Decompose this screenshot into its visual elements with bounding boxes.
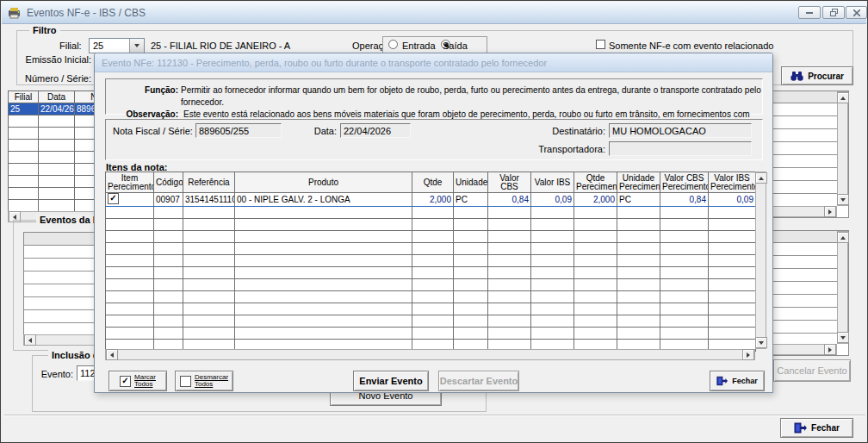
nfe-col-filial: Filial bbox=[9, 91, 39, 103]
somente-evento-checkbox[interactable] bbox=[596, 40, 605, 49]
col-referencia: Referência bbox=[183, 172, 235, 193]
col-unidade: Unidade bbox=[454, 172, 488, 193]
scroll-up-button[interactable] bbox=[837, 232, 849, 243]
col-valor-cbs-perecimento: Valor CBS Perecimento bbox=[660, 172, 709, 193]
scroll-left-button[interactable] bbox=[24, 334, 36, 346]
filtro-legend: Filtro bbox=[29, 25, 60, 35]
cell-unidade: PC bbox=[454, 193, 488, 207]
marcar-todos-button[interactable]: ✓ Marcar Todos bbox=[108, 371, 167, 391]
empty-row bbox=[106, 279, 756, 291]
row-checkbox[interactable]: ✓ bbox=[108, 193, 119, 204]
cell-referencia: 3154145111002 bbox=[183, 193, 235, 207]
cell-data: 22/04/26 bbox=[39, 103, 75, 115]
window-titlebar[interactable]: Eventos NF-e - IBS / CBS bbox=[2, 2, 866, 24]
saida-radio-label: Saída bbox=[443, 41, 468, 51]
col-valor-ibs: Valor IBS bbox=[531, 172, 574, 193]
scroll-left-icon bbox=[28, 338, 32, 343]
desmarcar-todos-label: Desmarcar Todos bbox=[195, 374, 228, 388]
data-label: Data: bbox=[302, 126, 337, 136]
vscrollbar[interactable] bbox=[837, 231, 848, 344]
scroll-left-icon bbox=[13, 215, 16, 220]
hscrollbar[interactable] bbox=[771, 344, 837, 355]
filial-label: Filial: bbox=[59, 41, 82, 51]
empty-row bbox=[771, 168, 837, 181]
scroll-up-button[interactable] bbox=[837, 92, 849, 103]
empty-row bbox=[771, 194, 837, 207]
scroll-right-icon bbox=[828, 347, 832, 353]
modal-fechar-button[interactable]: Fechar bbox=[710, 371, 765, 391]
filial-selected-value: 25 bbox=[90, 41, 129, 51]
scroll-up-icon bbox=[840, 236, 846, 240]
enviar-evento-button[interactable]: Enviar Evento bbox=[353, 371, 429, 391]
col-item-perecimento: Item Perecimento bbox=[106, 172, 154, 193]
scroll-right-icon bbox=[828, 209, 832, 215]
data-field[interactable]: 22/04/2026 bbox=[340, 123, 411, 138]
app-icon bbox=[8, 7, 22, 19]
scroll-down-button[interactable] bbox=[755, 337, 767, 348]
nota-fiscal-field[interactable]: 889605/255 bbox=[195, 123, 282, 138]
scroll-up-icon bbox=[759, 177, 764, 180]
empty-row bbox=[106, 328, 756, 340]
cell-valor-ibs-perecimento: 0,09 bbox=[709, 193, 756, 207]
main-fechar-button[interactable]: Fechar bbox=[780, 418, 853, 438]
modal-titlebar[interactable]: Evento NFe: 112130 - Perecimento, perda,… bbox=[95, 53, 772, 72]
cell-qtde-perecimento: 2,000 bbox=[574, 193, 617, 207]
cancelar-evento-label: Cancelar Evento bbox=[777, 365, 846, 376]
transportadora-field[interactable] bbox=[609, 141, 752, 156]
desmarcar-todos-button[interactable]: Desmarcar Todos bbox=[175, 371, 233, 391]
scroll-left-icon bbox=[110, 353, 114, 358]
item-row[interactable]: ✓ 00907 3154145111002 00 - NIPLE GALV. 2… bbox=[106, 193, 756, 207]
related-events-grid-bottom[interactable] bbox=[770, 230, 849, 356]
empty-row bbox=[771, 308, 837, 321]
col-valor-cbs: Valor CBS bbox=[488, 172, 531, 193]
restore-button[interactable] bbox=[822, 6, 845, 19]
itens-grid-header-row: Item Perecimento Código Referência Produ… bbox=[106, 172, 756, 193]
empty-row bbox=[771, 269, 837, 282]
scroll-right-button[interactable] bbox=[824, 206, 836, 217]
empty-row bbox=[106, 303, 756, 315]
empty-row bbox=[106, 243, 756, 255]
close-icon bbox=[853, 9, 860, 16]
evento-label: Evento: bbox=[35, 369, 73, 379]
empty-row bbox=[771, 103, 837, 116]
checked-checkbox-icon: ✓ bbox=[120, 376, 131, 387]
evento-modal-dialog: Evento NFe: 112130 - Perecimento, perda,… bbox=[94, 53, 773, 393]
filial-combobox[interactable]: 25 bbox=[89, 38, 145, 53]
empty-row bbox=[106, 207, 756, 219]
scroll-right-button[interactable] bbox=[824, 344, 836, 355]
emissao-inicial-label: Emissão Inicial: bbox=[20, 54, 91, 65]
related-events-grid-top[interactable] bbox=[770, 90, 849, 218]
hscrollbar[interactable] bbox=[771, 206, 837, 217]
scroll-left-button[interactable] bbox=[106, 349, 118, 360]
itens-grid-hscrollbar[interactable] bbox=[105, 349, 755, 360]
entrada-radio[interactable] bbox=[388, 40, 398, 49]
cell-qtde: 2,000 bbox=[412, 193, 454, 207]
procurar-button[interactable]: Procurar bbox=[781, 66, 853, 85]
evento-info-box: Função: Permitir ao fornecedor informar … bbox=[105, 78, 763, 115]
empty-row bbox=[771, 321, 837, 334]
scroll-right-button[interactable] bbox=[742, 349, 754, 360]
empty-row bbox=[106, 291, 756, 303]
destinatario-field[interactable]: MU HOMOLOGACAO bbox=[609, 123, 752, 138]
minimize-button[interactable] bbox=[798, 6, 821, 19]
scroll-down-icon bbox=[840, 336, 846, 340]
combobox-drop-button[interactable] bbox=[129, 39, 144, 53]
modal-title-text: Evento NFe: 112130 - Perecimento, perda,… bbox=[102, 58, 547, 68]
close-button[interactable] bbox=[846, 6, 867, 19]
scroll-up-button[interactable] bbox=[755, 172, 767, 184]
main-fechar-label: Fechar bbox=[811, 423, 840, 433]
vscrollbar[interactable] bbox=[837, 91, 848, 206]
itens-grid-vscrollbar[interactable] bbox=[755, 172, 766, 349]
descartar-evento-button[interactable]: Descartar Evento bbox=[438, 371, 519, 391]
cell-valor-cbs-perecimento: 0,84 bbox=[660, 193, 709, 207]
somente-evento-checkbox-label: Somente NF-e com evento relacionado bbox=[609, 41, 773, 51]
application-window: Eventos NF-e - IBS / CBS Filtro Filial: … bbox=[0, 0, 868, 443]
scroll-right-icon bbox=[747, 353, 750, 358]
scroll-down-button[interactable] bbox=[837, 194, 849, 205]
itens-grid[interactable]: Item Perecimento Código Referência Produ… bbox=[105, 172, 756, 352]
scroll-down-button[interactable] bbox=[837, 332, 849, 343]
cell-filial: 25 bbox=[9, 103, 39, 115]
nota-fiscal-label: Nota Fiscal / Série: bbox=[113, 126, 192, 136]
minimize-icon bbox=[806, 9, 813, 16]
cancelar-evento-button[interactable]: Cancelar Evento bbox=[773, 359, 851, 382]
